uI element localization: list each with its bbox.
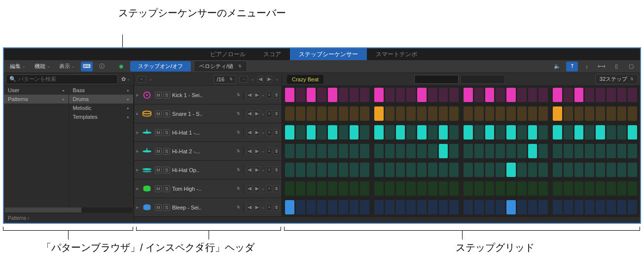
keyboard-icon[interactable]: ⌨ [81,62,93,71]
step-cell[interactable] [585,88,594,102]
step-cell[interactable] [317,163,326,177]
step-cell[interactable] [339,144,348,158]
step-cell[interactable] [339,125,348,139]
add-row-button[interactable]: + [137,76,146,83]
step-cell[interactable] [528,144,537,158]
pattern-name[interactable]: Crazy Beat [287,75,323,84]
tab[interactable]: ステップシーケンサー [290,48,367,60]
row-delete-button[interactable]: 🗑 [274,129,280,136]
mute-button[interactable]: M [155,204,162,211]
row-menu-icon[interactable]: ⇅ [237,93,240,97]
solo-button[interactable]: S [163,167,170,174]
step-cell[interactable] [396,106,405,121]
step-cell[interactable] [449,163,459,177]
step-cell[interactable] [553,125,562,139]
step-cell[interactable] [607,88,616,102]
step-cell[interactable] [385,125,394,139]
solo-button[interactable]: S [163,92,170,99]
step-cell[interactable] [360,200,369,214]
row-menu-icon[interactable]: ⇅ [237,168,240,172]
step-cell[interactable] [596,200,605,214]
row-settings-button[interactable]: ≡ [266,129,272,136]
step-cell[interactable] [538,144,548,158]
step-cell[interactable] [396,200,405,214]
browser-item[interactable]: Bass▸ [69,86,134,95]
step-cell[interactable] [406,181,416,196]
step-cell[interactable] [517,125,527,139]
mute-button[interactable]: M [155,92,162,99]
step-cell[interactable] [374,88,384,102]
disclosure-icon[interactable]: ▸ [136,129,139,136]
row-name[interactable]: Hi-Hat 1 -... [172,130,235,136]
step-cell[interactable] [296,125,305,139]
step-cell[interactable] [439,88,448,102]
step-cell[interactable] [464,106,473,121]
disclosure-icon[interactable]: ▸ [136,92,139,98]
step-cell[interactable] [328,181,337,196]
view-menu[interactable]: 表示⌄ [56,62,78,71]
step-cell[interactable] [517,181,527,196]
browser-item[interactable]: Templates▸ [69,112,134,121]
step-cell[interactable] [406,106,416,121]
step-cell[interactable] [285,200,294,214]
row-name[interactable]: Hi-Hat 2 -... [172,148,235,154]
step-cell[interactable] [496,163,505,177]
step-cell[interactable] [385,181,394,196]
step-cell[interactable] [585,181,594,196]
step-cell[interactable] [538,181,548,196]
row-settings-button[interactable]: ≡ [266,167,272,174]
row-menu-icon[interactable]: ⇅ [237,130,240,135]
step-cell[interactable] [596,125,605,139]
mute-button[interactable]: M [155,110,162,117]
step-cell[interactable] [307,200,316,214]
step-left-button[interactable]: ◂▮ [247,204,252,211]
step-cell[interactable] [585,200,594,214]
step-left-button[interactable]: ◂▮ [247,167,252,174]
step-cell[interactable] [506,181,516,196]
step-cell[interactable] [574,106,584,121]
step-cell[interactable] [538,200,548,214]
step-cell[interactable] [474,163,484,177]
tab[interactable]: スコア [254,48,290,60]
step-cell[interactable] [564,144,573,158]
step-cell[interactable] [607,125,616,139]
step-cell[interactable] [617,125,627,139]
step-cell[interactable] [417,181,427,196]
step-cell[interactable] [585,144,594,158]
row-name[interactable]: Hi-Hat Op.. [172,167,235,173]
step-cell[interactable] [449,125,459,139]
step-cell[interactable] [564,200,573,214]
step-cell[interactable] [474,181,484,196]
step-cell[interactable] [339,181,348,196]
step-cell[interactable] [350,88,359,102]
step-cell[interactable] [285,181,294,196]
step-cell[interactable] [285,88,294,102]
step-cell[interactable] [417,163,427,177]
step-cell[interactable] [374,144,384,158]
step-left-button[interactable]: ◂▮ [247,92,252,99]
step-cell[interactable] [385,163,394,177]
step-cell[interactable] [596,181,605,196]
step-cell[interactable] [350,106,359,121]
step-cell[interactable] [339,88,348,102]
step-cell[interactable] [553,181,562,196]
step-cell[interactable] [528,181,537,196]
browser-item[interactable]: Melodic▸ [69,104,134,112]
step-cell[interactable] [574,88,584,102]
step-cell[interactable] [496,181,505,196]
step-cell[interactable] [285,163,294,177]
step-cell[interactable] [317,125,326,139]
step-cell[interactable] [328,163,337,177]
row-menu-icon[interactable]: ⇅ [237,186,240,191]
step-right-button[interactable]: ▮▸ [254,167,260,174]
step-cell[interactable] [428,181,437,196]
step-cell[interactable] [528,125,537,139]
step-cell[interactable] [517,106,527,121]
loop-start-button[interactable]: ◂▮ [257,76,263,83]
step-cell[interactable] [317,88,326,102]
step-cell[interactable] [449,181,459,196]
step-cell[interactable] [617,88,627,102]
disclosure-icon[interactable]: ▸ [136,167,139,173]
step-cell[interactable] [517,200,527,214]
step-cell[interactable] [396,125,405,139]
